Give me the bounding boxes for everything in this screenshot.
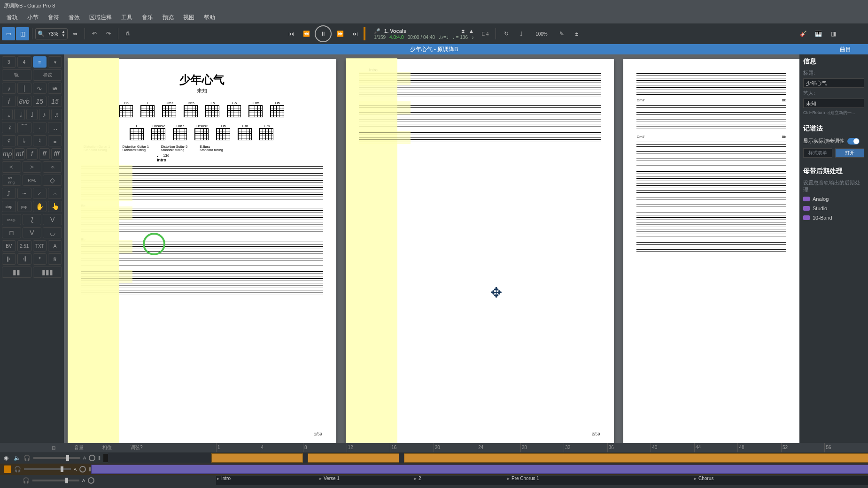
quarter-note-icon[interactable]: ♩ <box>26 109 37 120</box>
dyn-fff-icon[interactable]: fff <box>51 148 62 160</box>
pal-time[interactable]: 2:51 <box>17 240 31 252</box>
forward-button[interactable]: ⏩ <box>333 27 347 40</box>
brush-icon[interactable]: V <box>43 214 62 225</box>
arp-icon[interactable]: ⟅ <box>23 214 42 225</box>
auto-label[interactable]: A <box>82 478 85 483</box>
tremolo-icon[interactable]: ≋ <box>48 83 62 94</box>
slap-icon[interactable]: slap <box>2 201 16 212</box>
fifteenth-icon[interactable]: 15 <box>33 96 47 107</box>
grace-note-icon[interactable]: ♪ <box>2 83 16 94</box>
rest-icon[interactable]: 𝄽 <box>2 122 16 133</box>
dyn-mp-icon[interactable]: mp <box>2 148 13 160</box>
headphone-icon[interactable]: 🎧 <box>14 466 21 473</box>
page-view-button[interactable]: ▭ <box>2 27 15 40</box>
pan-knob[interactable] <box>79 466 86 473</box>
decresc-icon[interactable]: ＞ <box>23 161 42 173</box>
volume-slider[interactable] <box>32 480 79 481</box>
tuning-fork-icon[interactable]: ♪ <box>472 35 474 40</box>
double-dot-icon[interactable]: ‥ <box>48 122 62 133</box>
clip[interactable] <box>399 453 404 463</box>
section-marker[interactable]: Intro <box>217 476 231 481</box>
redo-button[interactable]: ↷ <box>102 27 115 40</box>
bars2-icon[interactable]: ▮▮▮ <box>33 267 62 278</box>
whole-note-icon[interactable]: 𝅝 <box>2 109 13 120</box>
loop-button[interactable]: ↻ <box>500 27 513 40</box>
preset-10band[interactable]: 10-Band <box>799 213 868 222</box>
harmonic-icon[interactable]: ◇ <box>43 175 62 186</box>
staff-system-4[interactable] <box>81 271 323 297</box>
track-color-tag[interactable] <box>4 465 11 473</box>
auto-label[interactable]: A <box>83 456 86 460</box>
barline-icon[interactable]: | <box>17 83 31 94</box>
sharp-icon[interactable]: ♯ <box>2 135 16 146</box>
tap-icon[interactable]: 👆 <box>48 201 62 212</box>
print-button[interactable]: ⎙ <box>121 27 134 40</box>
fit-width-button[interactable]: ⇔ <box>69 27 82 40</box>
section-marker[interactable]: Pre Chorus 1 <box>507 476 539 481</box>
segno-icon[interactable]: 𝄋 <box>48 253 62 265</box>
hammer-icon[interactable]: ⌢ <box>48 188 62 199</box>
fermata-icon[interactable]: 𝄐 <box>43 161 62 173</box>
goto-start-button[interactable]: ⏮ <box>285 27 298 40</box>
bar-mark[interactable]: 36 <box>607 443 651 452</box>
menu-effects[interactable]: 音效 <box>64 12 85 23</box>
panel-toggle-button[interactable]: ◨ <box>827 27 840 40</box>
score-page-3[interactable]: Dm7Bb Dm7Bb <box>623 59 799 444</box>
half-note-icon[interactable]: 𝅗𝅥 <box>14 109 25 120</box>
clip[interactable] <box>211 453 303 463</box>
menu-bar[interactable]: 小节 <box>23 12 43 23</box>
loop-tool-icon[interactable]: ⧗ <box>461 28 465 34</box>
rewind-button[interactable]: ⏪ <box>300 27 313 40</box>
headphone-icon[interactable]: 🎧 <box>23 455 31 461</box>
menu-preview[interactable]: 预览 <box>158 12 178 23</box>
track-clips-2[interactable] <box>91 465 868 474</box>
staff-system[interactable] <box>359 73 601 143</box>
bar-mark[interactable]: 52 <box>781 443 825 452</box>
mixer-ruler[interactable]: ⊟ 音量 相位 调弦? 148121620242832364044485256 <box>0 443 868 452</box>
inspector-tab[interactable]: 曲目 <box>834 45 857 54</box>
bar-mark[interactable]: 1 <box>216 443 260 452</box>
eq-icon[interactable]: ⦀ <box>98 455 101 461</box>
note-value-button[interactable]: ♩ <box>515 27 528 40</box>
pal-dropdown[interactable]: ▾ <box>48 56 62 68</box>
double-sharp-icon[interactable]: 𝄪 <box>48 135 62 146</box>
menu-view[interactable]: 视图 <box>178 12 199 23</box>
pal-staff-view[interactable]: ≡ <box>33 56 47 68</box>
headphone-icon[interactable]: 🎧 <box>23 477 30 484</box>
menu-tools[interactable]: 工具 <box>116 12 137 23</box>
keyboard-button[interactable]: 🎹 <box>812 27 825 40</box>
accent-icon[interactable]: ∿ <box>33 83 47 94</box>
fretboard-button[interactable]: 🎸 <box>797 27 810 40</box>
staff-system[interactable]: Dm7Bb Dm7Bb <box>636 73 786 252</box>
stroke-up-icon[interactable]: ⊓ <box>2 227 21 238</box>
palm-icon[interactable]: ✋ <box>33 201 47 212</box>
section-marker[interactable]: Chorus <box>694 476 713 481</box>
rasg-icon[interactable]: rasg. <box>2 214 21 225</box>
menu-music[interactable]: 音乐 <box>137 12 158 23</box>
bar-ruler[interactable]: 148121620242832364044485256 <box>216 443 868 452</box>
menu-track[interactable]: 音轨 <box>2 12 23 23</box>
volume-slider[interactable] <box>33 457 80 459</box>
score-page-1[interactable]: 少年心气 未知 Bb F Dm7 Bb5 F5 G5 Eb5 D5 F Bbsu… <box>68 59 336 444</box>
artist-field[interactable] <box>803 99 864 108</box>
pan-knob[interactable] <box>88 477 94 484</box>
dyn-f-icon[interactable]: f <box>26 148 37 160</box>
fifteenth2-icon[interactable]: 15 <box>48 96 62 107</box>
open-stylesheet-button[interactable]: 打开 <box>835 148 864 158</box>
metronome-icon[interactable]: ▲ <box>469 28 474 34</box>
zoom-control[interactable]: 🔍 73% ▲▼ <box>35 28 68 39</box>
undo-button[interactable]: ↶ <box>88 27 101 40</box>
bar-mark[interactable]: 44 <box>694 443 738 452</box>
clip[interactable] <box>108 453 211 463</box>
pal-chord-label[interactable]: 和弦 <box>33 69 62 81</box>
pal-track-label[interactable]: 轨 <box>2 69 31 81</box>
menu-region[interactable]: 区域注释 <box>85 12 116 23</box>
document-tab-title[interactable]: 少年心气 - 原调降B <box>410 46 458 53</box>
menu-help[interactable]: 帮助 <box>199 12 220 23</box>
clip[interactable] <box>404 453 868 463</box>
cresc-icon[interactable]: ＜ <box>2 161 21 173</box>
track-clips-1[interactable] <box>108 453 868 463</box>
stroke-down-icon[interactable]: V <box>23 227 42 238</box>
bar-mark[interactable]: 28 <box>520 443 564 452</box>
bar-mark[interactable]: 56 <box>824 443 868 452</box>
